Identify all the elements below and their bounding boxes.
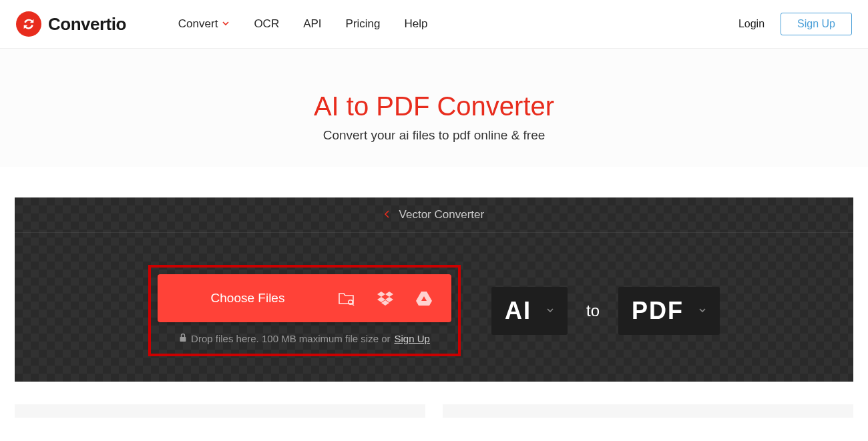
- info-card: [443, 404, 853, 418]
- logo-icon: [16, 11, 41, 37]
- svg-rect-1: [180, 337, 186, 342]
- nav-api[interactable]: API: [303, 17, 321, 31]
- nav-ocr[interactable]: OCR: [254, 17, 279, 31]
- to-format-select[interactable]: PDF: [618, 287, 720, 335]
- chevron-down-icon: [698, 306, 706, 316]
- folder-browse-icon[interactable]: [338, 291, 355, 306]
- choose-files-label: Choose Files: [158, 291, 338, 306]
- to-label: to: [586, 302, 600, 320]
- nav-convert[interactable]: Convert: [178, 17, 230, 31]
- format-row: AI to PDF: [491, 287, 720, 335]
- main-nav: Convert OCR API Pricing Help: [178, 17, 428, 31]
- source-icons: [338, 291, 451, 306]
- header-right: Login Sign Up: [738, 13, 852, 35]
- breadcrumb-link[interactable]: Vector Converter: [399, 208, 485, 221]
- nav-ocr-label: OCR: [254, 17, 279, 31]
- drop-hint-signup-link[interactable]: Sign Up: [395, 333, 430, 344]
- nav-convert-label: Convert: [178, 17, 218, 31]
- info-card: [15, 404, 425, 418]
- from-format-label: AI: [505, 297, 531, 325]
- upload-highlight-box: Choose Files Drop files he: [148, 265, 461, 356]
- header: Convertio Convert OCR API Pricing Help L…: [0, 0, 868, 49]
- lock-icon: [179, 333, 187, 344]
- nav-help[interactable]: Help: [405, 17, 428, 31]
- chevron-left-icon: [384, 208, 394, 221]
- dropbox-icon[interactable]: [377, 291, 394, 306]
- signup-button[interactable]: Sign Up: [781, 13, 852, 35]
- nav-help-label: Help: [405, 17, 428, 31]
- google-drive-icon[interactable]: [415, 291, 433, 306]
- to-format-label: PDF: [632, 297, 684, 325]
- nav-pricing[interactable]: Pricing: [346, 17, 381, 31]
- upload-panel: Vector Converter Choose Files: [15, 197, 853, 382]
- brand-text: Convertio: [48, 14, 126, 35]
- nav-pricing-label: Pricing: [346, 17, 381, 31]
- nav-api-label: API: [303, 17, 321, 31]
- upload-area: Choose Files Drop files he: [15, 233, 853, 382]
- hero: AI to PDF Converter Convert your ai file…: [0, 49, 868, 167]
- choose-files-button[interactable]: Choose Files: [158, 274, 451, 322]
- page-title: AI to PDF Converter: [0, 91, 868, 121]
- chevron-down-icon: [546, 306, 554, 316]
- breadcrumb: Vector Converter: [15, 197, 853, 233]
- drop-hint-text: Drop files here. 100 MB maximum file siz…: [191, 333, 390, 344]
- from-format-select[interactable]: AI: [491, 287, 568, 335]
- chevron-down-icon: [222, 17, 230, 31]
- login-link[interactable]: Login: [738, 18, 765, 30]
- logo[interactable]: Convertio: [16, 11, 126, 37]
- drop-hint: Drop files here. 100 MB maximum file siz…: [158, 333, 451, 344]
- info-cards-row: [0, 382, 868, 418]
- page-subtitle: Convert your ai files to pdf online & fr…: [0, 128, 868, 143]
